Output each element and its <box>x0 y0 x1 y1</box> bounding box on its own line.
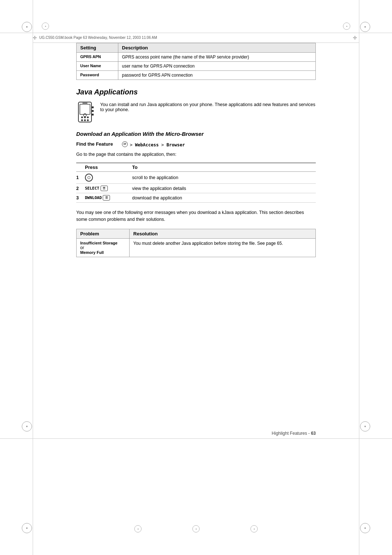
table-row: User Name user name for GPRS APN connect… <box>77 62 316 71</box>
page: ✛ UG.C550.GSM.book Page 63 Wednesday, No… <box>0 0 392 555</box>
table-row: Insufficient Storage or Memory Full You … <box>77 238 316 257</box>
reg-mark-small-tr <box>343 23 350 30</box>
setting-name-password: Password <box>77 71 118 80</box>
select-key: SELECT ☰ <box>85 186 108 191</box>
header-cross-icon: ✛ <box>33 35 37 41</box>
step-num-2: 2 <box>76 184 85 193</box>
menu-circle-icon <box>122 141 128 147</box>
reg-mark-top-right <box>360 22 370 32</box>
table-row: 1 scroll to the application <box>76 172 316 184</box>
nav-wheel-icon <box>85 174 93 182</box>
step-desc-1: scroll to the application <box>132 172 316 184</box>
resolution-col-header: Resolution <box>130 229 316 238</box>
press-table-header: Press To <box>76 163 316 172</box>
svg-point-2 <box>81 117 83 118</box>
footer: Highlight Features - 63 <box>76 429 316 436</box>
reg-mark-bottom-ml <box>134 525 142 532</box>
reg-mark-small-tl <box>42 23 49 30</box>
download-section-heading: Download an Application With the Micro-B… <box>76 131 316 137</box>
svg-point-7 <box>87 119 89 121</box>
reg-mark-bottom-mr <box>250 525 258 532</box>
dwnload-key: DWNLOAD ☰ <box>85 195 110 200</box>
java-bullet-list: You can install and run Java application… <box>100 101 316 112</box>
header-cross-right-icon: ✛ <box>353 35 357 41</box>
problem-line3: Memory Full <box>80 250 126 255</box>
step-press-1 <box>85 172 132 184</box>
svg-rect-11 <box>92 110 94 112</box>
svg-point-5 <box>81 119 83 121</box>
goto-text: Go to the page that contains the applica… <box>76 152 316 157</box>
problem-line2: or <box>80 245 126 250</box>
table-row: 2 SELECT ☰ view the application details <box>76 184 316 193</box>
setting-desc-username: user name for GPRS APN connection <box>118 62 316 71</box>
step-desc-2: view the application details <box>132 184 316 193</box>
press-header-empty <box>76 163 85 172</box>
footer-page-number: 63 <box>311 431 316 436</box>
main-content: Setting Description GPRS APN GPRS access… <box>76 43 316 439</box>
problem-cell: Insufficient Storage or Memory Full <box>77 238 130 257</box>
setting-desc-gprs: GPRS access point name (the name of the … <box>118 53 316 62</box>
problem-line1: Insufficient Storage <box>80 241 126 245</box>
step-press-3: DWNLOAD ☰ <box>85 193 132 203</box>
table-row: Password password for GPRS APN connectio… <box>77 71 316 80</box>
problem-table-header: Problem Resolution <box>77 229 316 238</box>
phone-icon <box>76 101 95 124</box>
svg-rect-1 <box>80 104 90 114</box>
resolution-cell: You must delete another Java application… <box>130 238 316 257</box>
setting-name-gprs: GPRS APN <box>77 53 118 62</box>
table-row: GPRS APN GPRS access point name (the nam… <box>77 53 316 62</box>
svg-rect-0 <box>78 102 91 122</box>
problem-table: Problem Resolution Insufficient Storage … <box>76 229 316 257</box>
step-desc-3: download the application <box>132 193 316 203</box>
footer-text: Highlight Features - 63 <box>272 431 316 436</box>
step-num-1: 1 <box>76 172 85 184</box>
footer-label: Highlight Features - <box>272 431 311 436</box>
svg-rect-12 <box>92 114 94 116</box>
error-text: You may see one of the following error m… <box>76 209 316 223</box>
java-intro-text-block: You can install and run Java application… <box>100 101 316 112</box>
java-intro-block: You can install and run Java application… <box>76 101 316 124</box>
find-feature-row: Find the Feature > WebAccess > Browser <box>76 141 316 147</box>
header-bar: ✛ UG.C550.GSM.book Page 63 Wednesday, No… <box>33 33 359 43</box>
reg-mark-bottom-center <box>192 525 200 532</box>
reg-mark-bottom-br <box>360 523 370 533</box>
svg-point-4 <box>87 117 89 118</box>
reg-mark-bottom-bl <box>22 523 32 533</box>
svg-point-8 <box>83 114 86 117</box>
find-feature-path-text: > WebAccess > Browser <box>130 142 185 147</box>
table-row: 3 DWNLOAD ☰ download the application <box>76 193 316 203</box>
settings-table: Setting Description GPRS APN GPRS access… <box>76 43 316 80</box>
dwnload-key-icon: ☰ <box>103 195 110 200</box>
trim-line-left <box>33 0 33 555</box>
settings-col-description: Description <box>118 43 316 53</box>
press-table: Press To 1 scroll to the application 2 S… <box>76 163 316 203</box>
select-key-icon: ☰ <box>101 186 108 191</box>
reg-mark-bottom-right <box>360 421 370 432</box>
header-text: UG.C550.GSM.book Page 63 Wednesday, Nove… <box>39 36 157 40</box>
svg-rect-10 <box>92 106 94 108</box>
java-intro-paragraph: You can install and run Java application… <box>100 102 316 112</box>
setting-desc-password: password for GPRS APN connection <box>118 71 316 80</box>
step-num-3: 3 <box>76 193 85 203</box>
setting-name-username: User Name <box>77 62 118 71</box>
settings-col-setting: Setting <box>77 43 118 53</box>
reg-mark-bottom-left <box>22 421 32 432</box>
svg-point-6 <box>84 119 86 121</box>
find-feature-path: > WebAccess > Browser <box>122 141 185 147</box>
to-col-header: To <box>132 163 316 172</box>
java-intro-text: You can install and run Java application… <box>100 102 316 112</box>
problem-col-header: Problem <box>77 229 130 238</box>
reg-mark-top-left <box>22 22 32 32</box>
find-feature-label: Find the Feature <box>76 141 116 147</box>
step-press-2: SELECT ☰ <box>85 184 132 193</box>
java-section-heading: Java Applications <box>76 88 316 96</box>
trim-line-right <box>359 0 359 555</box>
press-col-header: Press <box>85 163 132 172</box>
